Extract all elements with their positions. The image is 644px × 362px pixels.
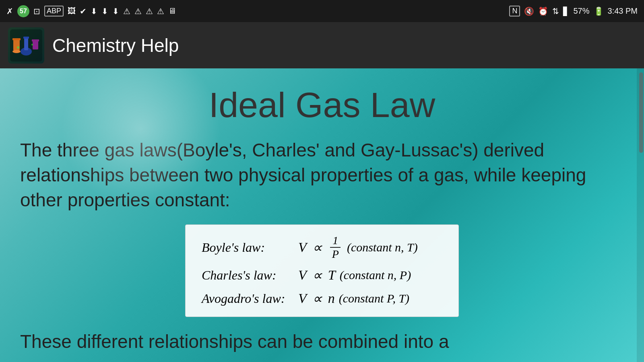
app-title: Chemistry Help — [52, 35, 179, 56]
svg-rect-2 — [12, 38, 21, 40]
check-icon: ✔ — [80, 6, 87, 16]
download3-icon: ⬇ — [112, 6, 119, 16]
charles-law-row: Charles's law: V ∝ T (constant n, P) — [202, 267, 442, 283]
intro-text: The three gas laws(Boyle's, Charles' and… — [20, 138, 624, 212]
download1-icon: ⬇ — [91, 6, 97, 16]
charles-law-expr: V ∝ T — [298, 267, 336, 283]
nfc-icon: N — [509, 6, 520, 16]
download2-icon: ⬇ — [101, 6, 108, 16]
missed-call-icon: ✗ — [6, 6, 13, 16]
voicemail-icon: ⊡ — [33, 6, 40, 16]
battery-icon: 🔋 — [594, 6, 604, 16]
warning1-icon: ⚠ — [123, 6, 130, 16]
avogadro-law-row: Avogadro's law: V ∝ n (constant P, T) — [202, 290, 442, 306]
charles-law-name: Charles's law: — [202, 268, 298, 283]
bottom-text: These different relationships can be com… — [20, 329, 624, 354]
avogadro-law-note: (constant P, T) — [339, 292, 409, 305]
status-right: N 🔇 ⏰ ⇅ ▋ 57% 🔋 3:43 PM — [509, 6, 638, 16]
warning3-icon: ⚠ — [146, 6, 153, 16]
svg-rect-7 — [33, 41, 38, 49]
app-header: Chemistry Help — [0, 22, 644, 68]
status-left: ✗ 57 ⊡ ABP 🖼 ✔ ⬇ ⬇ ⬇ ⚠ ⚠ ⚠ ⚠ 🖥 — [6, 5, 176, 17]
boyles-law-note: (constant n, T) — [347, 241, 418, 254]
avogadro-law-name: Avogadro's law: — [202, 291, 298, 306]
svg-point-3 — [12, 50, 21, 53]
boyles-law-row: Boyle's law: V ∝ 1 P (constant n, T) — [202, 235, 442, 260]
sync-icon: ⇅ — [552, 6, 559, 16]
svg-rect-8 — [32, 39, 39, 41]
status-bar: ✗ 57 ⊡ ABP 🖼 ✔ ⬇ ⬇ ⬇ ⚠ ⚠ ⚠ ⚠ 🖥 N 🔇 ⏰ ⇅ ▋… — [0, 0, 644, 22]
signal-icon: ▋ — [563, 6, 569, 16]
time-display: 3:43 PM — [608, 6, 638, 16]
main-content[interactable]: Ideal Gas Law The three gas laws(Boyle's… — [0, 68, 644, 362]
charles-law-note: (constant n, P) — [340, 268, 411, 282]
fraction-1-p: 1 P — [330, 235, 341, 260]
alarm-icon: ⏰ — [538, 6, 548, 16]
notification-badge: 57 — [17, 5, 29, 17]
scrollbar[interactable] — [637, 68, 644, 362]
boyles-law-expr: V ∝ 1 P — [298, 235, 343, 260]
page-title: Ideal Gas Law — [20, 84, 624, 125]
image-icon: 🖼 — [68, 6, 76, 16]
app-icon — [8, 27, 44, 64]
svg-rect-6 — [23, 37, 29, 39]
formula-box: Boyle's law: V ∝ 1 P (constant n, T) Cha… — [185, 224, 459, 317]
adblock-icon: ABP — [44, 6, 64, 16]
svg-point-10 — [31, 44, 33, 45]
mute-icon: 🔇 — [524, 6, 534, 16]
warning4-icon: ⚠ — [157, 6, 164, 16]
battery-text: 57% — [573, 6, 589, 16]
svg-point-9 — [17, 46, 19, 49]
svg-rect-5 — [24, 37, 28, 50]
svg-rect-1 — [13, 39, 20, 51]
monitor-icon: 🖥 — [168, 6, 176, 16]
boyles-law-name: Boyle's law: — [202, 240, 298, 255]
warning2-icon: ⚠ — [134, 6, 142, 16]
scrollbar-thumb[interactable] — [639, 72, 643, 153]
avogadro-law-expr: V ∝ n — [298, 290, 335, 306]
